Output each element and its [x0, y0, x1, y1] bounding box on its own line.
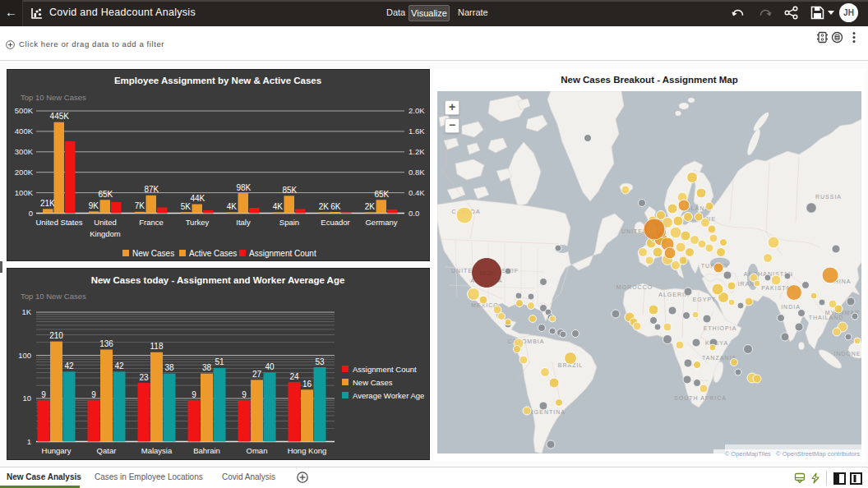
- svg-text:EGYPT: EGYPT: [693, 297, 717, 302]
- svg-text:INDONESIA: INDONESIA: [833, 351, 861, 357]
- svg-text:Bahrain: Bahrain: [193, 446, 220, 455]
- svg-text:0.4K: 0.4K: [409, 188, 425, 197]
- svg-text:98K: 98K: [236, 183, 251, 192]
- svg-text:Kingdom: Kingdom: [90, 229, 121, 238]
- svg-text:Turkey: Turkey: [186, 218, 210, 227]
- svg-text:Spain: Spain: [279, 218, 299, 227]
- svg-text:United States: United States: [35, 218, 82, 227]
- svg-text:103K: 103K: [479, 269, 495, 277]
- svg-text:53: 53: [315, 357, 325, 366]
- svg-text:85K: 85K: [282, 186, 297, 195]
- svg-text:THAILAND: THAILAND: [809, 315, 844, 320]
- svg-text:Qatar: Qatar: [97, 446, 117, 455]
- svg-text:5K: 5K: [181, 202, 192, 211]
- svg-text:1: 1: [27, 437, 31, 446]
- svg-text:New Cases: New Cases: [132, 249, 174, 258]
- svg-text:9: 9: [242, 390, 247, 399]
- svg-text:200K: 200K: [15, 168, 34, 177]
- svg-text:42: 42: [64, 361, 74, 371]
- svg-text:Top 10 New Cases: Top 10 New Cases: [21, 93, 86, 102]
- svg-text:1K: 1K: [21, 307, 31, 316]
- svg-text:United: United: [94, 218, 116, 227]
- svg-text:9: 9: [192, 390, 196, 399]
- svg-text:10: 10: [22, 394, 31, 403]
- svg-text:0.0: 0.0: [409, 209, 419, 218]
- svg-text:2K: 2K: [319, 202, 330, 211]
- svg-text:4K: 4K: [273, 202, 284, 211]
- svg-text:51: 51: [215, 357, 224, 366]
- svg-text:1.6K: 1.6K: [409, 127, 425, 136]
- svg-text:New Cases today - Assignment a: New Cases today - Assignment and Worker …: [91, 275, 345, 285]
- svg-text:SOUTH AFRICA: SOUTH AFRICA: [674, 395, 727, 401]
- svg-text:Assignment Count: Assignment Count: [249, 249, 316, 258]
- svg-text:2K: 2K: [365, 202, 376, 211]
- svg-text:100: 100: [18, 351, 31, 360]
- svg-text:7K: 7K: [135, 201, 145, 210]
- svg-text:38: 38: [164, 363, 174, 372]
- svg-text:23: 23: [139, 373, 149, 382]
- svg-text:65K: 65K: [98, 190, 113, 199]
- svg-text:9: 9: [91, 390, 96, 399]
- svg-text:24: 24: [289, 372, 299, 381]
- svg-text:ETHIOPIA: ETHIOPIA: [704, 325, 737, 331]
- svg-text:Hungary: Hungary: [42, 446, 72, 455]
- svg-text:Italy: Italy: [236, 218, 251, 227]
- svg-text:Active Cases: Active Cases: [189, 249, 237, 258]
- svg-text:MOROCCO: MOROCCO: [616, 284, 653, 290]
- svg-text:65K: 65K: [374, 190, 389, 199]
- svg-text:Hong Kong: Hong Kong: [288, 446, 327, 455]
- svg-text:2.0K: 2.0K: [409, 106, 425, 115]
- svg-text:RUSSIA: RUSSIA: [815, 194, 842, 200]
- svg-text:16: 16: [302, 380, 312, 389]
- svg-text:Germany: Germany: [365, 218, 397, 227]
- svg-text:87K: 87K: [144, 185, 159, 194]
- svg-text:100K: 100K: [15, 188, 34, 197]
- svg-text:France: France: [139, 218, 164, 227]
- svg-text:1.2K: 1.2K: [409, 147, 425, 156]
- svg-text:38: 38: [202, 363, 212, 372]
- svg-text:300K: 300K: [15, 147, 34, 156]
- svg-text:Malaysia: Malaysia: [141, 446, 173, 455]
- svg-text:4K: 4K: [227, 202, 238, 211]
- svg-text:COLOMBIA: COLOMBIA: [508, 338, 545, 344]
- svg-text:9: 9: [41, 390, 46, 399]
- svg-text:21K: 21K: [40, 199, 55, 208]
- svg-text:0.8K: 0.8K: [409, 168, 425, 177]
- svg-text:Average Worker Age: Average Worker Age: [353, 391, 424, 400]
- svg-text:INDIA: INDIA: [781, 304, 801, 310]
- svg-text:40: 40: [265, 362, 275, 371]
- svg-text:Ecuador: Ecuador: [321, 218, 349, 227]
- svg-text:Assignment Count: Assignment Count: [353, 365, 417, 374]
- svg-text:136: 136: [99, 339, 113, 348]
- svg-text:118: 118: [150, 342, 164, 351]
- svg-text:500K: 500K: [15, 106, 34, 115]
- svg-text:42: 42: [114, 361, 124, 371]
- svg-text:27: 27: [252, 370, 262, 379]
- svg-text:Top 10 New Cases: Top 10 New Cases: [21, 292, 86, 301]
- svg-text:New Cases: New Cases: [353, 378, 393, 387]
- svg-text:Employee Assignment by New & A: Employee Assignment by New & Active Case…: [114, 76, 321, 85]
- svg-text:0: 0: [29, 209, 33, 218]
- svg-text:445K: 445K: [50, 112, 70, 121]
- svg-text:44K: 44K: [190, 194, 205, 203]
- svg-text:400K: 400K: [15, 127, 34, 136]
- svg-text:210: 210: [49, 331, 63, 340]
- svg-text:9K: 9K: [89, 201, 99, 210]
- svg-text:6K: 6K: [330, 202, 341, 211]
- svg-text:Oman: Oman: [247, 446, 268, 455]
